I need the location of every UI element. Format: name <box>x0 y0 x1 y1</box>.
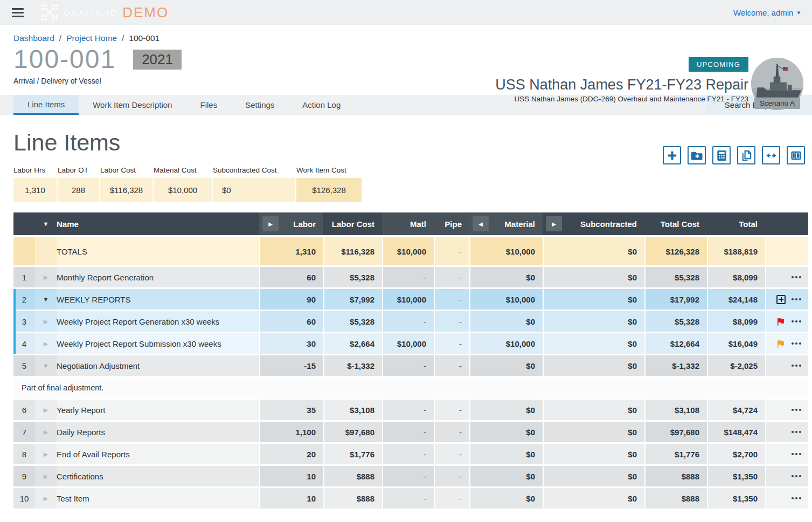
tab-settings[interactable]: Settings <box>231 95 288 115</box>
row-expand-caret-icon[interactable]: ▶ <box>35 267 57 287</box>
cell-labor-cost: $2,664 <box>323 333 382 354</box>
project-title: USS Nathan James FY21-FY23 Repair <box>495 77 748 93</box>
summary-card-label: Material Cost <box>154 166 212 174</box>
cell-subcontracted: $0 <box>543 355 644 376</box>
column-header-total[interactable]: Total <box>707 212 765 235</box>
row-actions <box>765 311 808 332</box>
cell-matl: - <box>382 311 434 332</box>
cell-pipe: - <box>434 267 469 287</box>
row-number: 2 <box>13 289 35 310</box>
row-menu-button[interactable] <box>791 320 802 323</box>
cell-material: $10,000 <box>469 237 543 265</box>
row-expand-caret-icon[interactable]: ▼ <box>35 355 57 376</box>
summary-card-label: Work Item Cost <box>296 166 362 174</box>
column-header-matl[interactable]: Matl <box>382 212 434 235</box>
row-menu-button[interactable] <box>791 408 802 411</box>
cell-total: $-2,025 <box>707 355 765 376</box>
row-menu-button[interactable] <box>791 452 802 456</box>
row-expand-caret-icon[interactable]: ▶ <box>35 333 57 354</box>
cell-pipe: - <box>434 355 469 376</box>
cell-labor-cost: $7,992 <box>323 289 382 310</box>
breadcrumb-link-dashboard[interactable]: Dashboard <box>13 33 54 43</box>
row-expand-caret-icon[interactable]: ▶ <box>35 466 57 486</box>
collapse-material-group-icon[interactable]: ◀ <box>473 216 489 231</box>
row-menu-button[interactable] <box>791 364 802 367</box>
selected-group-bar <box>13 289 16 310</box>
expand-all-caret-icon[interactable]: ▼ <box>35 212 57 235</box>
line-item-row[interactable]: 10▶Test Item10$888--$0$0$888$1,350 <box>13 488 808 509</box>
toolbar <box>663 146 805 164</box>
line-item-row[interactable]: 5▼Negotiation Adjustment-15$-1,332--$0$0… <box>13 355 808 376</box>
fit-width-button[interactable] <box>762 146 780 164</box>
arrows-horizontal-icon <box>765 149 778 162</box>
column-header-pipe[interactable]: Pipe <box>434 212 469 235</box>
row-expand-caret-icon[interactable]: ▶ <box>35 422 57 442</box>
row-menu-button[interactable] <box>791 298 802 301</box>
breadcrumb-link-project-home[interactable]: Project Home <box>66 33 117 43</box>
page: OXALIS.IO DEMO Welcome, admin ▾ Dashboar… <box>0 0 812 522</box>
row-menu-button[interactable] <box>791 342 802 345</box>
row-menu-button[interactable] <box>791 276 802 279</box>
row-expand-caret-icon[interactable]: ▶ <box>35 444 57 464</box>
row-expand-caret-icon <box>35 237 57 265</box>
cell-labor-cost: $1,776 <box>323 444 382 464</box>
cell-material: $0 <box>469 444 543 464</box>
column-header-total-cost[interactable]: Total Cost <box>644 212 707 235</box>
column-header-labor-cost[interactable]: Labor Cost <box>323 212 382 235</box>
line-item-row[interactable]: 7▶Daily Reports1,100$97,680--$0$0$97,680… <box>13 422 808 442</box>
add-child-item-button[interactable] <box>776 295 786 304</box>
column-header-material[interactable]: ◀Material <box>469 212 543 235</box>
cell-matl: - <box>382 400 434 420</box>
cell-pipe: - <box>434 289 469 310</box>
cell-material: $0 <box>469 355 543 376</box>
collapse-labor-group-icon[interactable]: ▶ <box>262 216 279 231</box>
breadcrumb: Dashboard / Project Home / 100-001 <box>13 33 799 43</box>
line-item-name: WEEKLY REPORTS <box>57 289 259 310</box>
cell-material: $0 <box>469 267 543 287</box>
row-expand-caret-icon[interactable]: ▼ <box>35 289 57 310</box>
line-item-row[interactable]: 8▶End of Avail Reports20$1,776--$0$0$1,7… <box>13 444 808 464</box>
column-header-name[interactable]: Name <box>57 212 259 235</box>
row-menu-button[interactable] <box>791 475 802 478</box>
add-line-item-button[interactable] <box>663 146 681 164</box>
cell-total: $148,474 <box>707 422 765 442</box>
hamburger-menu-icon[interactable] <box>12 6 24 19</box>
tab-action-log[interactable]: Action Log <box>288 95 355 115</box>
row-menu-button[interactable] <box>791 430 802 434</box>
user-menu[interactable]: Welcome, admin ▾ <box>733 8 800 17</box>
tab-files[interactable]: Files <box>186 95 231 115</box>
cell-pipe: - <box>434 422 469 442</box>
row-number: 1 <box>13 267 35 287</box>
line-item-row[interactable]: 2▼WEEKLY REPORTS90$7,992$10,000-$10,000$… <box>13 289 808 310</box>
scenario-badge: Scenario A <box>754 98 800 109</box>
line-item-name: Weekly Project Report Submission x30 wee… <box>57 333 259 354</box>
line-item-row[interactable]: 4▶Weekly Project Report Submission x30 w… <box>13 333 808 354</box>
column-header-labor[interactable]: ▶Labor <box>259 212 323 235</box>
row-number <box>13 237 35 265</box>
cell-labor-cost: $5,328 <box>323 267 382 287</box>
cell-material: $0 <box>469 400 543 420</box>
copy-button[interactable] <box>737 146 755 164</box>
line-item-row[interactable]: 3▶Weekly Project Report Generation x30 w… <box>13 311 808 332</box>
add-folder-button[interactable] <box>688 146 706 164</box>
row-menu-button[interactable] <box>791 497 802 500</box>
row-expand-caret-icon[interactable]: ▶ <box>35 400 57 420</box>
row-number: 7 <box>13 422 35 442</box>
row-number: 8 <box>13 444 35 464</box>
line-item-row[interactable]: 6▶Yearly Report35$3,108--$0$0$3,108$4,72… <box>13 400 808 420</box>
cell-material: $0 <box>469 311 543 332</box>
row-expand-caret-icon[interactable]: ▶ <box>35 311 57 332</box>
cell-labor: 60 <box>259 267 323 287</box>
cell-matl: $10,000 <box>382 289 434 310</box>
tab-line-items[interactable]: Line Items <box>13 95 79 115</box>
line-item-row[interactable]: 9▶Certifications10$888--$0$0$888$1,350 <box>13 466 808 486</box>
columns-button[interactable] <box>787 146 805 164</box>
tab-work-item-description[interactable]: Work Item Description <box>79 95 186 115</box>
row-expand-caret-icon[interactable]: ▶ <box>35 488 57 509</box>
line-item-row[interactable]: 1▶Monthly Report Generation60$5,328--$0$… <box>13 267 808 287</box>
expand-subcontracted-group-icon[interactable]: ▶ <box>546 216 562 231</box>
calculator-button[interactable] <box>712 146 731 164</box>
cell-subcontracted: $0 <box>543 237 644 265</box>
row-actions <box>765 488 808 509</box>
column-header-subcontracted[interactable]: ▶Subcontracted <box>543 212 644 235</box>
